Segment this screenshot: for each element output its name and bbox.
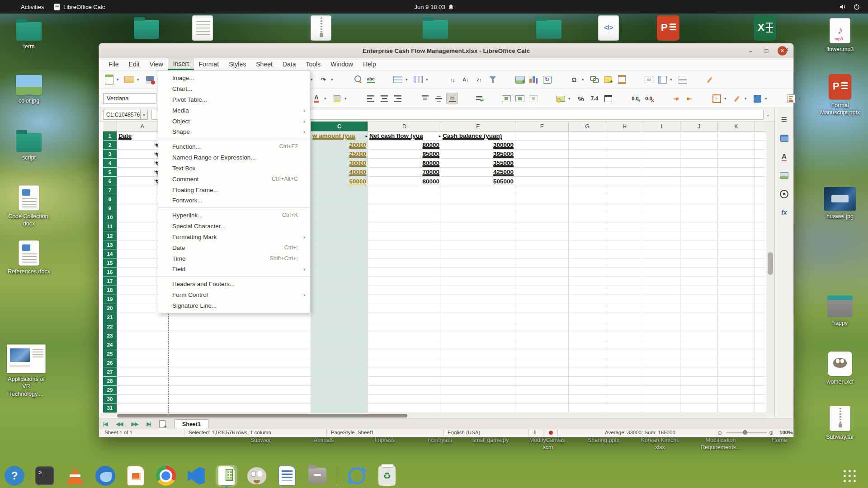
cell-partial-18[interactable] [755,286,767,295]
cell-I22[interactable] [643,322,680,331]
menubar-item[interactable]: Help [358,58,381,70]
cell-G15[interactable] [569,258,606,267]
cell-E3[interactable]: 395000 [441,150,515,159]
cell-G16[interactable] [569,267,606,277]
cell-D13[interactable] [368,240,441,249]
cell-K30[interactable] [718,395,755,404]
cell-I29[interactable] [643,386,680,395]
cell-I14[interactable] [643,249,680,258]
align-center-icon[interactable] [378,93,390,104]
column-header-K[interactable]: K [718,122,755,131]
row-header-28[interactable]: 28 [103,377,117,386]
cell-H13[interactable] [606,240,643,249]
chrome-icon[interactable] [155,465,177,487]
row-header-7[interactable]: 7 [103,186,117,195]
insert-menu-item[interactable]: Media › [158,105,310,116]
cell-H4[interactable] [606,159,643,168]
column-header-H[interactable]: H [606,122,643,131]
menubar-item[interactable]: File [104,58,124,70]
insert-menu-item[interactable]: Pivot Table... [158,94,310,105]
borders-dropdown[interactable]: ▾ [724,96,729,101]
cell-F25[interactable] [515,349,569,358]
insert-menu-item[interactable]: Fontwork... [158,195,310,208]
cell-H27[interactable] [606,367,643,376]
cell-F2[interactable] [515,141,569,150]
delete-decimal-icon[interactable] [643,93,655,104]
row-header-14[interactable]: 14 [103,249,117,258]
cell-J17[interactable] [680,277,718,286]
toolbar-icon[interactable] [487,93,499,104]
cell-partial-20[interactable] [755,304,767,313]
cell-F18[interactable] [515,286,569,295]
desktop-icon[interactable]: huawei.jpg [818,187,862,220]
minimize-button[interactable]: – [746,46,755,56]
desktop-icon[interactable] [414,16,457,39]
toolbar-icon[interactable] [378,74,390,85]
insert-menu-item[interactable]: Object › [158,116,310,127]
cell-J7[interactable] [680,186,718,195]
row-header-24[interactable]: 24 [103,340,117,349]
cell-C17[interactable] [311,277,368,286]
cell-J12[interactable] [680,231,718,240]
cell-D8[interactable] [368,195,441,204]
cell-H16[interactable] [606,267,643,277]
toolbar-icon[interactable] [406,93,417,104]
highlight-color-icon[interactable] [331,93,343,104]
zoom-in-icon[interactable]: ⊕ [769,430,774,436]
cell-partial-10[interactable] [755,213,767,222]
cell-F30[interactable] [515,395,569,404]
cell-J14[interactable] [680,249,718,258]
cell-J22[interactable] [680,322,718,331]
row-header-12[interactable]: 12 [103,231,117,240]
cell-A22[interactable] [117,322,168,331]
column-header-G[interactable]: G [569,122,606,131]
sheet-nav-button[interactable]: ▶▶ [131,421,138,427]
cell-F6[interactable] [515,177,569,186]
row-header-3[interactable]: 3 [103,150,117,159]
cell-J1[interactable] [680,131,718,141]
border-style-icon[interactable] [731,93,743,104]
desktop-icon-label[interactable]: Modification Requirements... [701,436,741,451]
cell-I8[interactable] [643,195,680,204]
cell-partial-1[interactable] [755,131,767,141]
column-header-J[interactable]: J [680,122,718,131]
insert-menu-item[interactable]: Date Ctrl+; [158,242,310,253]
cell-E9[interactable] [441,204,515,213]
insert-menu-item[interactable]: Field › [158,264,310,277]
column-header-partial[interactable] [755,122,767,131]
cell-E16[interactable] [441,267,515,277]
desktop-icon-label[interactable]: Korean Kimchi. xlsx [641,436,679,451]
maximize-button[interactable]: □ [762,46,771,56]
center-vertically-icon[interactable] [433,93,444,104]
styles-icon[interactable] [778,150,791,164]
cell-D1[interactable]: Net cash flow (yua▸ [368,131,441,141]
sort-ascending-icon[interactable] [460,74,472,85]
row-header-5[interactable]: 5 [103,168,117,177]
cell-E7[interactable] [441,186,515,195]
cell-partial-29[interactable] [755,386,767,395]
split-window-icon[interactable] [677,74,689,85]
cell-K9[interactable] [718,204,755,213]
row-header-19[interactable]: 19 [103,295,117,304]
cell-K20[interactable] [718,304,755,313]
cell-F16[interactable] [515,267,569,277]
desktop-icon[interactable] [587,15,630,41]
cell-C15[interactable] [311,258,368,267]
cell-G27[interactable] [569,367,606,376]
cell-partial-4[interactable] [755,159,767,168]
percent-icon[interactable] [575,93,587,104]
expand-formula-bar-icon[interactable]: ⌄ [766,112,770,117]
cell-D20[interactable] [368,304,441,313]
cell-G23[interactable] [569,331,606,340]
cell-H3[interactable] [606,150,643,159]
cell-G10[interactable] [569,213,606,222]
cell-I1[interactable] [643,131,680,141]
cell-B24[interactable] [168,340,311,349]
insert-menu-item[interactable]: Text Box [158,163,310,174]
cell-C13[interactable] [311,240,368,249]
cell-D5[interactable]: 70000 [368,168,441,177]
cell-E17[interactable] [441,277,515,286]
clock-button[interactable]: Jun 9 18:03 [415,4,454,10]
toolbar-icon[interactable] [460,93,472,104]
cell-G22[interactable] [569,322,606,331]
